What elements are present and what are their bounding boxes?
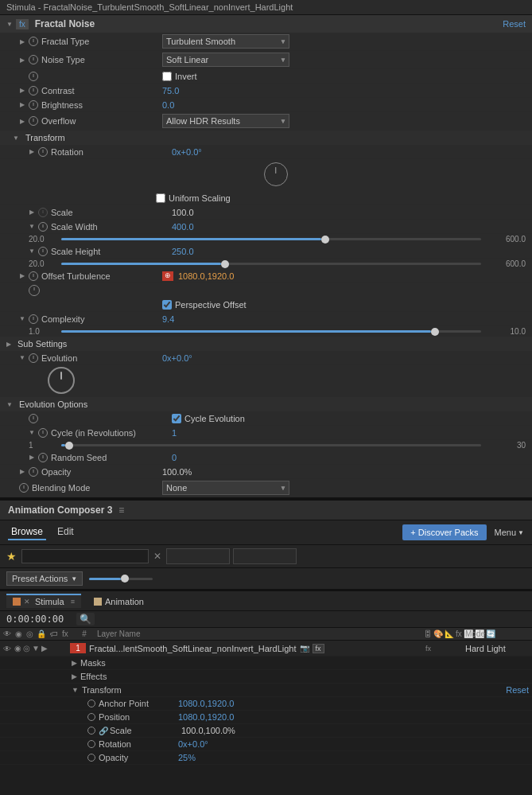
tab-stimula[interactable]: ✕ Stimula ≡ xyxy=(6,594,81,608)
evolution-stopwatch[interactable] xyxy=(29,353,38,363)
perspective-offset-checkbox[interactable] xyxy=(162,300,172,310)
cycle-rev-stopwatch[interactable] xyxy=(38,428,48,438)
overflow-arrow[interactable]: ▶ xyxy=(19,118,25,124)
overflow-stopwatch[interactable] xyxy=(29,116,38,126)
preset-slider[interactable] xyxy=(89,578,153,580)
scale-width-thumb[interactable] xyxy=(321,236,329,244)
masks-row[interactable]: ▶ Masks xyxy=(0,657,532,670)
scale-height-stopwatch[interactable] xyxy=(38,247,48,256)
tab-animation[interactable]: Animation xyxy=(87,594,150,608)
invert-checkbox[interactable] xyxy=(162,72,172,81)
search-clear-button[interactable]: ✕ xyxy=(153,551,161,562)
scale-width-stopwatch[interactable] xyxy=(38,222,48,232)
close-stimula[interactable]: ✕ xyxy=(24,598,30,606)
offset-turbulence-arrow[interactable]: ▶ xyxy=(19,273,25,279)
preset-actions-dropdown[interactable]: Preset Actions ▼ xyxy=(6,571,83,586)
evolution-value[interactable]: 0x+0.0° xyxy=(162,353,526,363)
preview-swatch-2[interactable] xyxy=(233,548,297,564)
overflow-select[interactable]: Allow HDR Results xyxy=(162,114,289,128)
rotation-dial[interactable] xyxy=(264,162,288,186)
search-input[interactable] xyxy=(21,549,149,563)
blending-mode-select[interactable]: None xyxy=(162,481,289,495)
scale-stopwatch[interactable] xyxy=(38,208,48,217)
layer-vis-toggle[interactable]: 👁 xyxy=(3,644,14,653)
scale-height-track[interactable] xyxy=(61,263,481,265)
layer-name-text[interactable]: Fractal...lentSmooth_SoftLinear_nonInver… xyxy=(86,644,425,653)
noise-type-arrow[interactable]: ▶ xyxy=(19,57,25,63)
random-seed-stopwatch[interactable] xyxy=(38,453,48,462)
opacity-value[interactable]: 100.0% xyxy=(162,467,526,477)
cycle-rev-arrow[interactable]: ▼ xyxy=(29,430,35,436)
opacity-stopwatch[interactable] xyxy=(29,467,38,477)
opacity-arrow[interactable]: ▶ xyxy=(19,469,25,475)
layer-expand-icon[interactable]: ▼ xyxy=(32,644,40,653)
scale-value[interactable]: 100.0 xyxy=(172,208,526,217)
complexity-stopwatch[interactable] xyxy=(29,314,38,324)
evolution-dial[interactable] xyxy=(48,367,75,394)
evolution-arrow[interactable]: ▼ xyxy=(19,355,25,361)
complexity-value[interactable]: 9.4 xyxy=(162,314,526,324)
ac-menu-button[interactable]: Menu ▼ xyxy=(495,528,524,537)
opacity-layer-stopwatch[interactable] xyxy=(87,754,95,762)
layer-solo-icon[interactable]: ◎ xyxy=(23,644,30,653)
scale-height-arrow[interactable]: ▼ xyxy=(29,248,35,255)
rotation-arrow[interactable]: ▶ xyxy=(29,149,35,155)
fractal-type-stopwatch[interactable] xyxy=(29,37,38,46)
fx-reset-button[interactable]: Reset xyxy=(503,19,526,29)
cycle-evolution-checkbox[interactable] xyxy=(172,414,181,423)
brightness-stopwatch[interactable] xyxy=(29,100,38,110)
random-seed-value[interactable]: 0 xyxy=(172,453,526,462)
offset-turbulence-stopwatch[interactable] xyxy=(29,271,38,281)
scale-height-thumb[interactable] xyxy=(221,260,229,268)
layer-fx-icon-1[interactable]: fx xyxy=(425,645,431,653)
complexity-arrow[interactable]: ▼ xyxy=(19,316,25,322)
layer-shy-icon[interactable]: ◉ xyxy=(14,644,21,653)
cycle-revolutions-value[interactable]: 1 xyxy=(172,428,526,438)
ac-menu-icon[interactable]: ≡ xyxy=(118,505,124,516)
rotation-layer-stopwatch[interactable] xyxy=(87,740,95,748)
scale-height-value[interactable]: 250.0 xyxy=(172,247,526,256)
complexity-thumb[interactable] xyxy=(431,328,439,336)
evolution-options-header[interactable]: ▼ Evolution Options xyxy=(0,397,532,411)
cycle-evolution-stopwatch[interactable] xyxy=(29,414,38,423)
noise-type-select[interactable]: Soft Linear xyxy=(162,53,289,67)
rotation-stopwatch[interactable] xyxy=(38,147,48,157)
stimula-tab-menu[interactable]: ≡ xyxy=(71,598,75,606)
scale-width-arrow[interactable]: ▼ xyxy=(29,224,35,230)
cycle-rev-track[interactable] xyxy=(61,444,481,446)
position-stopwatch[interactable] xyxy=(87,713,95,721)
scale-width-value[interactable]: 400.0 xyxy=(172,222,526,232)
discover-packs-button[interactable]: + Discover Packs xyxy=(402,524,486,540)
cycle-rev-thumb[interactable] xyxy=(65,442,73,450)
brightness-arrow[interactable]: ▶ xyxy=(19,102,25,108)
tab-browse[interactable]: Browse xyxy=(8,524,46,540)
preview-swatch-1[interactable] xyxy=(166,548,230,564)
noise-type-stopwatch[interactable] xyxy=(29,55,38,64)
uniform-scaling-checkbox[interactable] xyxy=(156,193,165,203)
contrast-arrow[interactable]: ▶ xyxy=(19,88,25,94)
brightness-value[interactable]: 0.0 xyxy=(162,100,526,110)
contrast-value[interactable]: 75.0 xyxy=(162,86,526,95)
contrast-stopwatch[interactable] xyxy=(29,86,38,95)
transform-layer-row[interactable]: ▼ Transform Reset xyxy=(0,684,532,697)
offset-turbulence-sw[interactable] xyxy=(29,285,40,296)
blending-mode-stopwatch[interactable] xyxy=(19,483,29,493)
preset-slider-thumb[interactable] xyxy=(121,575,129,583)
rotation-value[interactable]: 0x+0.0° xyxy=(172,147,526,157)
favorites-star[interactable]: ★ xyxy=(6,550,17,563)
scale-width-track[interactable] xyxy=(61,238,481,240)
random-seed-arrow[interactable]: ▶ xyxy=(29,454,35,461)
invert-stopwatch[interactable] xyxy=(29,72,38,81)
complexity-track[interactable] xyxy=(61,330,481,333)
fractal-type-select[interactable]: Turbulent Smooth xyxy=(162,34,289,49)
arrow-toggle-fx[interactable]: ▼ xyxy=(6,21,13,28)
transform-section-header[interactable]: ▼ Transform xyxy=(0,131,532,145)
layer-expand-icon2[interactable]: ▶ xyxy=(41,644,48,653)
scale-layer-stopwatch[interactable] xyxy=(87,727,95,735)
scale-arrow[interactable]: ▶ xyxy=(29,209,35,216)
tab-edit[interactable]: Edit xyxy=(54,524,77,540)
sub-settings-header[interactable]: ▶ Sub Settings xyxy=(0,337,532,351)
effects-row[interactable]: ▶ Effects xyxy=(0,670,532,684)
fractal-type-arrow[interactable]: ▶ xyxy=(19,38,25,45)
anchor-point-stopwatch[interactable] xyxy=(87,700,95,707)
